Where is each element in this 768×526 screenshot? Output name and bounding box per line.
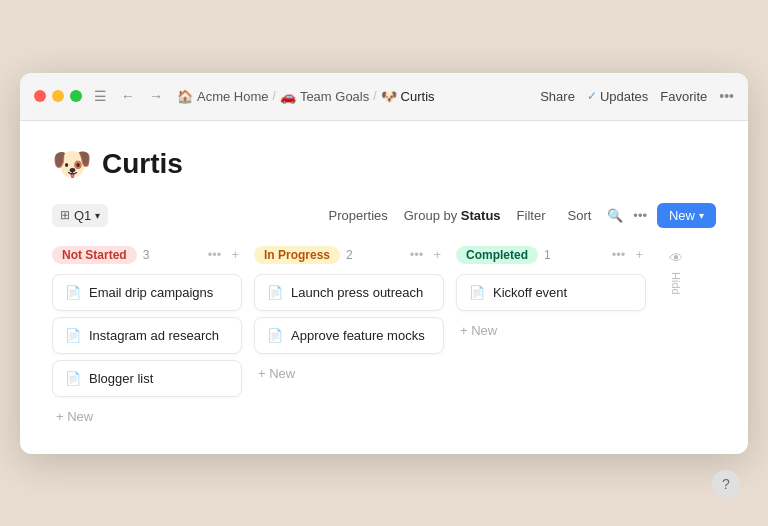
hidden-label: Hidd: [670, 272, 682, 295]
card-instagram[interactable]: 📄 Instagram ad research: [52, 317, 242, 354]
view-icon: ⊞: [60, 208, 70, 222]
page-title: Curtis: [102, 148, 183, 180]
nav-controls: ☰ ← →: [94, 86, 167, 106]
card-launch-press[interactable]: 📄 Launch press outreach: [254, 274, 444, 311]
column-count-not-started: 3: [143, 248, 150, 262]
add-new-completed[interactable]: + New: [456, 317, 646, 344]
maximize-button[interactable]: [70, 90, 82, 102]
status-badge-completed: Completed: [456, 246, 538, 264]
breadcrumb-team-goals[interactable]: 🚗 Team Goals: [280, 89, 369, 104]
column-more-in-progress[interactable]: •••: [407, 246, 427, 263]
minimize-button[interactable]: [52, 90, 64, 102]
column-count-completed: 1: [544, 248, 551, 262]
column-completed: Completed 1 ••• + 📄 Kickoff event + New: [456, 246, 646, 344]
column-header-actions-in-progress: ••• +: [407, 246, 444, 263]
properties-button[interactable]: Properties: [323, 205, 394, 226]
group-by-button[interactable]: Group by Status: [404, 208, 501, 223]
breadcrumb-acme-home[interactable]: 🏠 Acme Home: [177, 89, 269, 104]
card-email-drip[interactable]: 📄 Email drip campaigns: [52, 274, 242, 311]
column-header-not-started: Not Started 3 ••• +: [52, 246, 242, 264]
card-doc-icon: 📄: [267, 285, 283, 300]
back-button[interactable]: ←: [117, 86, 139, 106]
breadcrumb-sep-1: /: [273, 89, 276, 103]
team-goals-icon: 🚗: [280, 89, 296, 104]
column-more-not-started[interactable]: •••: [205, 246, 225, 263]
card-kickoff[interactable]: 📄 Kickoff event: [456, 274, 646, 311]
column-add-completed[interactable]: +: [632, 246, 646, 263]
check-icon: ✓: [587, 89, 597, 103]
column-in-progress: In Progress 2 ••• + 📄 Launch press outre…: [254, 246, 444, 387]
page-title-row: 🐶 Curtis: [52, 145, 716, 183]
app-window: ☰ ← → 🏠 Acme Home / 🚗 Team Goals / 🐶 Cur…: [20, 73, 748, 454]
card-label: Blogger list: [89, 371, 153, 386]
card-label: Kickoff event: [493, 285, 567, 300]
forward-button[interactable]: →: [145, 86, 167, 106]
card-approve-mocks[interactable]: 📄 Approve feature mocks: [254, 317, 444, 354]
filter-button[interactable]: Filter: [511, 205, 552, 226]
card-label: Launch press outreach: [291, 285, 423, 300]
card-doc-icon: 📄: [65, 328, 81, 343]
status-badge-not-started: Not Started: [52, 246, 137, 264]
card-label: Instagram ad research: [89, 328, 219, 343]
column-add-not-started[interactable]: +: [228, 246, 242, 263]
acme-home-icon: 🏠: [177, 89, 193, 104]
sort-button[interactable]: Sort: [561, 205, 597, 226]
search-icon[interactable]: 🔍: [607, 208, 623, 223]
page-emoji: 🐶: [52, 145, 92, 183]
more-button[interactable]: •••: [719, 88, 734, 104]
column-more-completed[interactable]: •••: [609, 246, 629, 263]
help-button[interactable]: ?: [712, 470, 740, 498]
view-selector[interactable]: ⊞ Q1 ▾: [52, 204, 108, 227]
column-add-in-progress[interactable]: +: [430, 246, 444, 263]
status-badge-in-progress: In Progress: [254, 246, 340, 264]
titlebar-actions: Share ✓ Updates Favorite •••: [540, 88, 734, 104]
hidden-column: 👁 Hidd: [658, 246, 694, 295]
card-label: Email drip campaigns: [89, 285, 213, 300]
column-count-in-progress: 2: [346, 248, 353, 262]
board: Not Started 3 ••• + 📄 Email drip campaig…: [52, 246, 716, 430]
titlebar: ☰ ← → 🏠 Acme Home / 🚗 Team Goals / 🐶 Cur…: [20, 73, 748, 121]
breadcrumb-curtis[interactable]: 🐶 Curtis: [381, 89, 435, 104]
card-blogger[interactable]: 📄 Blogger list: [52, 360, 242, 397]
card-doc-icon: 📄: [65, 371, 81, 386]
new-button[interactable]: New ▾: [657, 203, 716, 228]
card-doc-icon: 📄: [65, 285, 81, 300]
card-doc-icon: 📄: [267, 328, 283, 343]
traffic-lights: [34, 90, 82, 102]
hidden-icon: 👁: [669, 250, 683, 266]
close-button[interactable]: [34, 90, 46, 102]
column-header-actions-not-started: ••• +: [205, 246, 242, 263]
share-button[interactable]: Share: [540, 89, 575, 104]
column-header-completed: Completed 1 ••• +: [456, 246, 646, 264]
add-new-in-progress[interactable]: + New: [254, 360, 444, 387]
toolbar-more-button[interactable]: •••: [633, 208, 647, 223]
column-header-actions-completed: ••• +: [609, 246, 646, 263]
page-content: 🐶 Curtis ⊞ Q1 ▾ Properties Group by Stat…: [20, 121, 748, 454]
breadcrumb: 🏠 Acme Home / 🚗 Team Goals / 🐶 Curtis: [177, 89, 540, 104]
curtis-icon: 🐶: [381, 89, 397, 104]
toolbar: ⊞ Q1 ▾ Properties Group by Status Filter…: [52, 203, 716, 228]
favorite-button[interactable]: Favorite: [660, 89, 707, 104]
hamburger-icon: ☰: [94, 88, 107, 104]
card-label: Approve feature mocks: [291, 328, 425, 343]
breadcrumb-sep-2: /: [373, 89, 376, 103]
card-doc-icon: 📄: [469, 285, 485, 300]
toolbar-actions: Properties Group by Status Filter Sort 🔍…: [323, 203, 717, 228]
column-header-in-progress: In Progress 2 ••• +: [254, 246, 444, 264]
column-not-started: Not Started 3 ••• + 📄 Email drip campaig…: [52, 246, 242, 430]
updates-button[interactable]: ✓ Updates: [587, 89, 648, 104]
add-new-not-started[interactable]: + New: [52, 403, 242, 430]
